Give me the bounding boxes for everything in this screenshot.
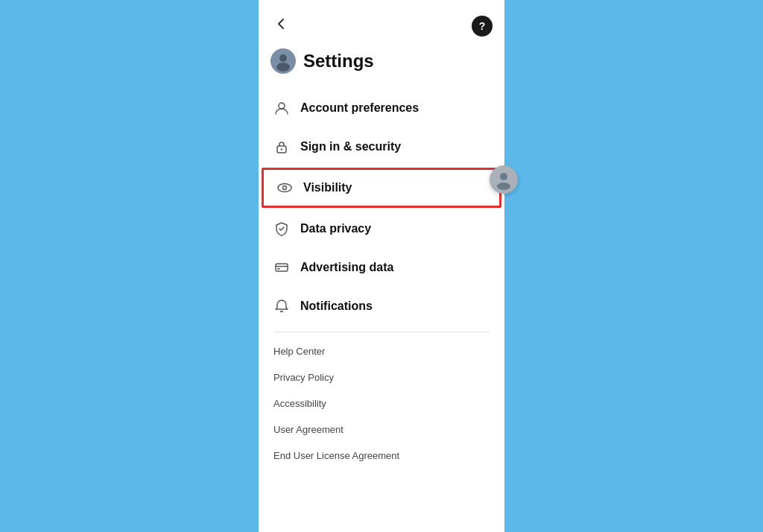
visibility-label: Visibility: [303, 181, 352, 194]
data-privacy-label: Data privacy: [300, 222, 371, 235]
eye-icon: [276, 180, 293, 196]
avatar: [270, 48, 296, 74]
svg-point-6: [283, 186, 287, 190]
help-icon: ?: [479, 20, 486, 32]
svg-point-0: [279, 54, 287, 62]
sidebar-item-account-preferences[interactable]: Account preferences: [259, 89, 504, 127]
svg-point-2: [279, 103, 285, 109]
help-button[interactable]: ?: [472, 16, 493, 37]
menu-divider: [273, 332, 490, 332]
svg-point-1: [276, 63, 290, 72]
notifications-label: Notifications: [300, 300, 373, 313]
shield-icon: [273, 221, 290, 236]
svg-point-4: [281, 148, 282, 150]
sidebar-item-advertising-data[interactable]: Advertising data: [259, 248, 504, 287]
svg-rect-9: [277, 268, 280, 270]
person-icon: [273, 101, 290, 115]
svg-point-11: [497, 183, 510, 190]
privacy-policy-link[interactable]: Privacy Policy: [259, 364, 504, 390]
advertising-data-label: Advertising data: [300, 261, 393, 274]
sidebar-item-visibility[interactable]: Visibility: [262, 168, 501, 208]
back-button[interactable]: [270, 13, 291, 38]
floating-avatar-button[interactable]: [490, 165, 518, 194]
settings-panel: ? Settings Account preferences: [259, 0, 504, 532]
card-icon: [273, 260, 290, 275]
sidebar-item-sign-in-security[interactable]: Sign in & security: [259, 127, 504, 166]
lock-icon: [273, 139, 290, 154]
accessibility-link[interactable]: Accessibility: [259, 390, 504, 417]
account-preferences-label: Account preferences: [300, 101, 419, 115]
help-center-link[interactable]: Help Center: [259, 338, 504, 364]
svg-point-10: [500, 173, 507, 180]
svg-rect-7: [276, 264, 288, 271]
page-title: Settings: [303, 51, 374, 72]
top-bar: ?: [259, 0, 504, 45]
settings-header: Settings: [259, 45, 504, 89]
user-agreement-link[interactable]: User Agreement: [259, 417, 504, 443]
sidebar-item-data-privacy[interactable]: Data privacy: [259, 209, 504, 248]
menu-list: Account preferences Sign in & security: [259, 89, 504, 326]
sidebar-item-notifications[interactable]: Notifications: [259, 287, 504, 326]
bell-icon: [273, 299, 290, 314]
sign-in-security-label: Sign in & security: [300, 140, 401, 153]
eula-link[interactable]: End User License Agreement: [259, 443, 504, 469]
footer-links: Help Center Privacy Policy Accessibility…: [259, 338, 504, 469]
svg-point-5: [278, 184, 291, 192]
